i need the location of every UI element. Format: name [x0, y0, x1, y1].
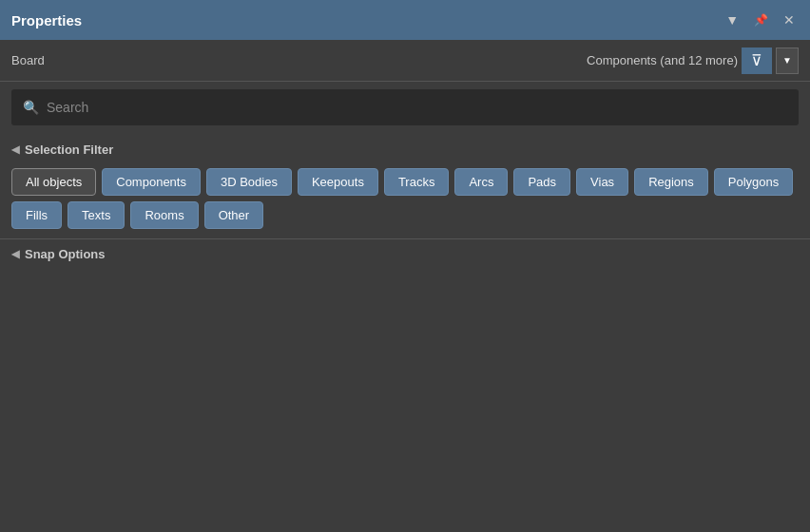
search-input[interactable] — [47, 100, 787, 115]
snap-arrow-icon: ◀ — [11, 248, 19, 260]
arcs-chip[interactable]: Arcs — [454, 168, 508, 196]
filter-button[interactable]: ⊽ — [742, 48, 772, 74]
vias-chip[interactable]: Vias — [576, 168, 628, 196]
search-bar: 🔍 — [11, 89, 799, 125]
tracks-chip[interactable]: Tracks — [384, 168, 450, 196]
dropdown-button[interactable]: ▼ — [776, 48, 799, 74]
toolbar: Board Components (and 12 more) ⊽ ▼ — [0, 40, 810, 82]
board-label: Board — [11, 53, 45, 67]
pads-chip[interactable]: Pads — [513, 168, 570, 196]
menu-button[interactable]: ▼ — [722, 10, 742, 29]
polygons-chip[interactable]: Polygons — [714, 168, 793, 196]
keepouts-chip[interactable]: Keepouts — [298, 168, 378, 196]
regions-chip[interactable]: Regions — [634, 168, 708, 196]
selection-filter-section: ◀ Selection Filter All objects Component… — [0, 137, 810, 238]
selection-filter-header[interactable]: ◀ Selection Filter — [11, 142, 799, 157]
components-chip[interactable]: Components — [102, 168, 201, 196]
panel-title: Properties — [11, 12, 82, 28]
fills-chip[interactable]: Fills — [11, 201, 62, 229]
section-arrow-icon: ◀ — [11, 143, 19, 156]
rooms-chip[interactable]: Rooms — [130, 201, 198, 229]
filter-chips-grid: All objects Components 3D Bodies Keepout… — [11, 168, 799, 229]
title-bar-controls: ▼ 📌 ✕ — [722, 10, 799, 29]
snap-options-header[interactable]: ◀ Snap Options — [11, 247, 799, 261]
selection-filter-title: Selection Filter — [25, 142, 113, 157]
dropdown-arrow-icon: ▼ — [782, 55, 792, 66]
other-chip[interactable]: Other — [204, 201, 264, 229]
toolbar-right: Components (and 12 more) ⊽ ▼ — [587, 48, 799, 74]
snap-options-section: ◀ Snap Options — [0, 238, 810, 276]
close-button[interactable]: ✕ — [780, 10, 799, 29]
title-bar: Properties ▼ 📌 ✕ — [0, 0, 810, 40]
filter-icon: ⊽ — [751, 51, 762, 69]
search-icon: 🔍 — [23, 100, 39, 115]
all-objects-button[interactable]: All objects — [11, 168, 96, 196]
3d-bodies-chip[interactable]: 3D Bodies — [206, 168, 292, 196]
pin-button[interactable]: 📌 — [750, 11, 772, 28]
snap-options-title: Snap Options — [25, 247, 106, 261]
filter-label: Components (and 12 more) — [587, 53, 738, 67]
texts-chip[interactable]: Texts — [68, 201, 125, 229]
content-area: ◀ Selection Filter All objects Component… — [0, 133, 810, 532]
properties-panel: Properties ▼ 📌 ✕ Board Components (and 1… — [0, 0, 810, 532]
